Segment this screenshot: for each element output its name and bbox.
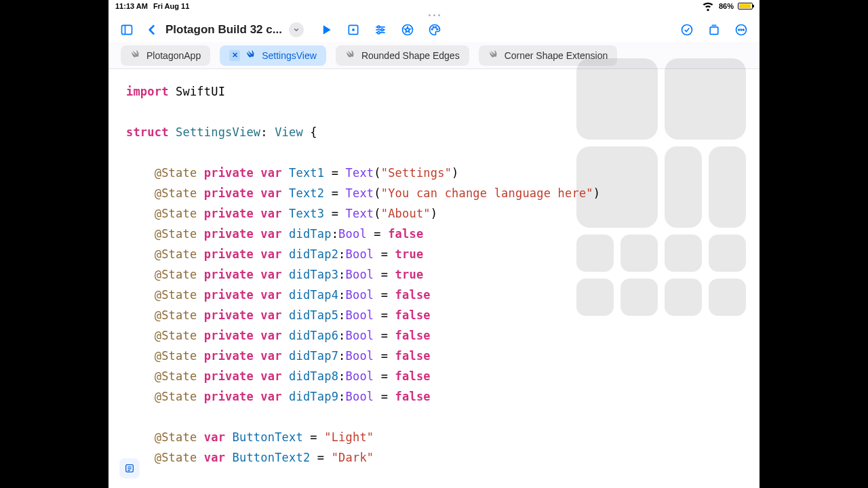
run-button[interactable] bbox=[315, 20, 338, 40]
tab-label: Corner Shape Extension bbox=[505, 50, 608, 61]
status-time: 11:13 AM bbox=[115, 2, 148, 10]
swift-icon bbox=[488, 49, 499, 62]
window-grab-handle[interactable] bbox=[108, 12, 760, 18]
more-button[interactable] bbox=[730, 20, 753, 40]
tab-strip: PlotagonApp ✕ SettingsView Rounded Shape… bbox=[108, 42, 760, 69]
palette-button[interactable] bbox=[423, 20, 446, 40]
wifi-icon bbox=[701, 0, 715, 14]
tab-label: PlotagonApp bbox=[146, 50, 201, 61]
settings-sliders-button[interactable] bbox=[369, 20, 392, 40]
svg-point-12 bbox=[433, 26, 434, 28]
back-button[interactable] bbox=[142, 20, 161, 40]
svg-point-7 bbox=[378, 26, 380, 28]
code-editor[interactable]: import SwiftUI struct SettingsView: View… bbox=[108, 69, 760, 468]
library-button[interactable] bbox=[703, 20, 726, 40]
tab-label: Rounded Shape Edges bbox=[361, 50, 460, 61]
close-tab-button[interactable]: ✕ bbox=[229, 50, 240, 61]
tab-settingsview[interactable]: ✕ SettingsView bbox=[220, 45, 326, 66]
svg-point-9 bbox=[378, 32, 380, 34]
tab-label: SettingsView bbox=[262, 50, 317, 61]
status-bar: 11:13 AM Fri Aug 11 86% bbox=[108, 0, 760, 12]
swift-icon bbox=[130, 49, 141, 62]
svg-point-14 bbox=[437, 28, 438, 30]
scheme-dropdown[interactable] bbox=[289, 22, 304, 37]
svg-rect-0 bbox=[122, 25, 132, 34]
stop-button[interactable] bbox=[342, 20, 365, 40]
star-button[interactable] bbox=[396, 20, 419, 40]
tab-corner-shape-extension[interactable]: Corner Shape Extension bbox=[479, 45, 618, 66]
svg-point-19 bbox=[741, 29, 742, 30]
tab-rounded-shape-edges[interactable]: Rounded Shape Edges bbox=[336, 45, 469, 66]
quick-open-button[interactable] bbox=[119, 458, 140, 479]
svg-point-11 bbox=[431, 28, 433, 30]
svg-point-13 bbox=[435, 26, 437, 28]
battery-icon bbox=[738, 3, 753, 9]
swift-icon bbox=[345, 49, 356, 62]
status-date: Fri Aug 11 bbox=[153, 2, 189, 10]
tab-plotagonapp[interactable]: PlotagonApp bbox=[121, 45, 210, 66]
svg-point-15 bbox=[682, 25, 692, 35]
svg-rect-16 bbox=[710, 27, 718, 35]
checkmark-button[interactable] bbox=[675, 20, 698, 40]
svg-point-20 bbox=[743, 29, 745, 30]
svg-point-8 bbox=[381, 28, 383, 30]
sidebar-toggle-button[interactable] bbox=[115, 20, 138, 40]
svg-point-18 bbox=[738, 29, 740, 30]
svg-rect-3 bbox=[352, 28, 354, 30]
ipad-screen: 11:13 AM Fri Aug 11 86% Plotagon Build 3… bbox=[108, 0, 760, 488]
toolbar: Plotagon Build 32 c... bbox=[108, 18, 760, 42]
battery-percent: 86% bbox=[719, 2, 734, 10]
swift-icon bbox=[245, 49, 256, 62]
project-title[interactable]: Plotagon Build 32 c... bbox=[165, 23, 282, 37]
